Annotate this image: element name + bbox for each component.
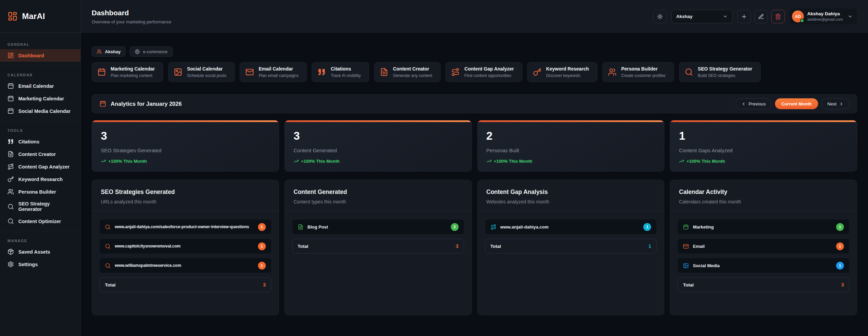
count-badge: 1 xyxy=(836,262,844,270)
stat-value: 3 xyxy=(101,130,270,142)
sidebar-item-email-calendar[interactable]: Email Calendar xyxy=(0,80,80,92)
tool-title: Keyword Research xyxy=(546,66,589,72)
image-icon xyxy=(683,263,689,269)
top-controls: Akshay AD Akshay D xyxy=(653,8,857,24)
panel-body: www.anjali-dahiya.com 1 Total 1 xyxy=(478,211,664,262)
mail-icon xyxy=(683,243,689,249)
sidebar-item-seo-strategy-generator[interactable]: SEO Strategy Generator xyxy=(0,198,80,215)
tool-subtitle: Plan marketing content xyxy=(111,73,155,78)
sidebar-item-keyword-research[interactable]: Keyword Research xyxy=(0,173,80,185)
user-meta: Akshay Dahiya akddme@gmail.com xyxy=(807,12,843,21)
quote-icon xyxy=(7,138,14,145)
stat-label: Content Generated xyxy=(294,147,463,153)
sidebar-item-content-optimizer[interactable]: Content Optimizer xyxy=(0,215,80,228)
tool-shortcuts: Marketing CalendarPlan marketing content… xyxy=(92,62,857,82)
stat-trend-label: +100% This Month xyxy=(686,159,725,164)
add-profile-button[interactable] xyxy=(737,10,751,23)
panel-title: Calendar Activity xyxy=(679,189,848,196)
tool-card-seo-strategy-generator[interactable]: SEO Strategy GeneratorBuild SEO strategi… xyxy=(679,62,761,82)
industry-tag-label: e-commerce xyxy=(143,49,167,54)
panel-title: SEO Strategies Generated xyxy=(101,189,270,196)
sidebar-item-citations[interactable]: Citations xyxy=(0,135,80,148)
previous-label: Previous xyxy=(749,101,766,106)
stat-card-seo-strategies: 3 SEO Strategies Generated +100% This Mo… xyxy=(92,120,279,172)
edit-profile-button[interactable] xyxy=(754,10,768,23)
panel-content-gap-analysis: Content Gap Analysis Websites analyzed t… xyxy=(477,180,665,315)
sidebar-item-saved-assets[interactable]: Saved Assets xyxy=(0,245,80,258)
tool-card-social-calendar[interactable]: Social CalendarSchedule social posts xyxy=(168,62,235,82)
sidebar-item-label: Email Calendar xyxy=(18,83,54,89)
panel-subtitle: Calendars created this month xyxy=(679,199,848,204)
next-month-button[interactable]: Next xyxy=(821,98,849,109)
total-label: Total xyxy=(105,282,115,288)
tool-card-email-calendar[interactable]: Email CalendarPlan email campaigns xyxy=(240,62,307,82)
count-badge: 3 xyxy=(451,223,459,231)
sidebar-item-label: SEO Strategy Generator xyxy=(18,201,73,212)
panel-body: www.anjali-dahiya.com/salesforce-product… xyxy=(92,211,279,300)
tool-subtitle: Schedule social posts xyxy=(187,73,226,78)
tool-subtitle: Generate any content xyxy=(393,73,432,78)
panel-header: Calendar Activity Calendars created this… xyxy=(670,180,857,211)
tool-card-marketing-calendar[interactable]: Marketing CalendarPlan marketing content xyxy=(92,62,163,82)
sidebar-item-label: Social Media Calendar xyxy=(18,108,71,114)
total-label: Total xyxy=(298,244,308,249)
gear-icon xyxy=(7,261,14,268)
theme-toggle-button[interactable] xyxy=(653,10,667,23)
list-item-label: Social Media xyxy=(693,263,720,268)
tool-card-citations[interactable]: CitationsTrack AI visibility xyxy=(312,62,369,82)
tool-title: Email Calendar xyxy=(259,66,298,72)
stat-trend-label: +100% This Month xyxy=(494,159,533,164)
delete-profile-button[interactable] xyxy=(771,10,785,23)
panel-header: Content Gap Analysis Websites analyzed t… xyxy=(478,180,664,211)
sidebar-item-persona-builder[interactable]: Persona Builder xyxy=(0,185,80,198)
calendar-icon xyxy=(7,83,14,89)
total-row: Total 3 xyxy=(678,277,849,292)
stat-label: SEO Strategies Generated xyxy=(101,147,270,153)
file-text-icon xyxy=(7,151,14,157)
tool-card-keyword-research[interactable]: Keyword ResearchDiscover keywords xyxy=(527,62,597,82)
sidebar-item-settings[interactable]: Settings xyxy=(0,258,80,271)
total-row: Total 1 xyxy=(485,239,657,254)
sidebar-item-content-creator[interactable]: Content Creator xyxy=(0,148,80,160)
panels-grid: SEO Strategies Generated URLs analyzed t… xyxy=(92,180,857,315)
stat-trend-label: +100% This Month xyxy=(108,159,147,164)
tool-card-content-creator[interactable]: Content CreatorGenerate any content xyxy=(374,62,441,82)
sidebar-item-social-media-calendar[interactable]: Social Media Calendar xyxy=(0,105,80,117)
stat-card-personas-built: 2 Personas Built +100% This Month xyxy=(477,120,665,172)
previous-month-button[interactable]: Previous xyxy=(736,98,772,109)
sidebar-item-label: Keyword Research xyxy=(18,177,63,182)
next-label: Next xyxy=(827,101,836,106)
sidebar-item-label: Content Gap Analyzer xyxy=(18,164,70,170)
mail-icon xyxy=(245,68,254,76)
total-value: 1 xyxy=(648,243,651,249)
context-tags: Akshay e-commerce xyxy=(92,46,857,57)
total-row: Total 3 xyxy=(99,277,271,292)
panel-subtitle: Content types this month xyxy=(294,199,463,204)
route-icon xyxy=(7,163,14,170)
sidebar-item-content-gap-analyzer[interactable]: Content Gap Analyzer xyxy=(0,160,80,173)
file-text-icon xyxy=(298,224,303,230)
chevron-right-icon xyxy=(839,102,844,106)
panel-header: Content Generated Content types this mon… xyxy=(285,180,472,211)
panel-calendar-activity: Calendar Activity Calendars created this… xyxy=(670,180,857,315)
list-item: www.anjali-dahiya.com 1 xyxy=(485,219,657,234)
tool-card-content-gap-analyzer[interactable]: Content Gap AnalyzerFind content opportu… xyxy=(445,62,522,82)
list-item: Blog Post 3 xyxy=(292,219,464,234)
user-menu[interactable]: AD Akshay Dahiya akddme@gmail.com xyxy=(790,8,857,24)
tool-card-persona-builder[interactable]: Persona BuilderCreate customer profiles xyxy=(602,62,674,82)
list-item-label: Marketing xyxy=(693,224,714,230)
pencil-icon xyxy=(758,14,764,20)
sidebar-item-label: Persona Builder xyxy=(18,189,56,195)
sidebar-item-marketing-calendar[interactable]: Marketing Calendar xyxy=(0,92,80,105)
sidebar-item-dashboard[interactable]: Dashboard xyxy=(0,49,80,62)
page-subtitle: Overview of your marketing performance xyxy=(92,19,171,24)
online-status-dot xyxy=(800,19,804,23)
list-item-label: www.capitolcitysnowremoval.com xyxy=(115,244,181,249)
stat-trend: +100% This Month xyxy=(294,159,463,164)
sidebar: MarAI GENERAL Dashboard CALENDAR Email C… xyxy=(0,0,81,336)
image-icon xyxy=(174,68,182,76)
current-month-button[interactable]: Current Month xyxy=(775,98,818,109)
analytics-title: Analytics for January 2026 xyxy=(111,101,182,107)
tool-title: Content Gap Analyzer xyxy=(464,66,514,72)
profile-select[interactable]: Akshay xyxy=(671,10,733,23)
